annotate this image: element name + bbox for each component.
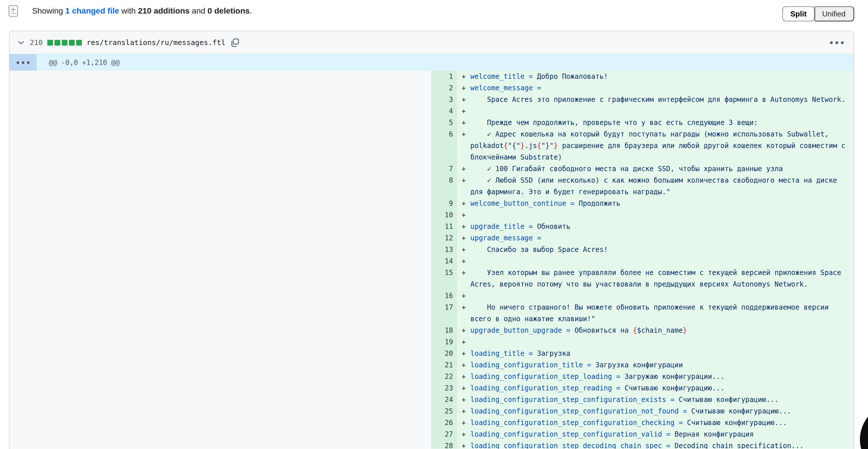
line-number[interactable]: 13 — [432, 244, 457, 256]
added-line-marker: + — [457, 406, 470, 417]
line-number[interactable]: 18 — [432, 325, 457, 336]
line-number[interactable]: 27 — [432, 428, 457, 440]
diff-row: 23+loading_configuration_step_reading = … — [432, 382, 854, 394]
diff-view-toggle: Split Unified — [782, 6, 854, 21]
file-header: 210 res/translations/ru/messages.ftl — [9, 31, 854, 54]
file-path[interactable]: res/translations/ru/messages.ftl — [87, 38, 225, 47]
file-additions-count: 210 — [30, 38, 43, 47]
diff-row: 6+ ✓ Адрес кошелька на который будут пос… — [432, 128, 854, 163]
line-number[interactable]: 20 — [432, 348, 457, 359]
code-line — [470, 290, 849, 302]
line-number[interactable]: 19 — [432, 336, 457, 348]
added-line-marker: + — [457, 232, 470, 244]
expand-hunk-button[interactable] — [9, 54, 37, 71]
diff-row: 13+ Спасибо за выбор Space Acres! — [432, 244, 854, 256]
code-line — [470, 336, 849, 348]
code-line: welcome_title = Добро Пожаловать! — [470, 71, 849, 82]
chevron-down-icon[interactable] — [17, 39, 25, 47]
summary-prefix: Showing — [32, 6, 65, 15]
diff-row: 16+ — [432, 290, 854, 302]
file-options-kebab-button[interactable] — [830, 41, 845, 44]
changed-files-link[interactable]: 1 changed file — [65, 6, 119, 15]
line-number[interactable]: 16 — [432, 290, 457, 302]
code-line: loading_title = Загрузка — [470, 348, 849, 359]
added-line-marker: + — [457, 359, 470, 371]
added-line-marker: + — [457, 267, 470, 290]
code-line: welcome_button_continue = Продолжить — [470, 198, 849, 209]
diff-row: 21+loading_configuration_title = Загрузк… — [432, 359, 854, 371]
diff-row: 5+ Прежде чем продолжить, проверьте что … — [432, 117, 854, 128]
code-line: ✓ 100 Гигабайт свободного места на диске… — [470, 163, 849, 175]
line-number[interactable]: 7 — [432, 163, 457, 175]
summary-text: Showing 1 changed file with 210 addition… — [23, 0, 252, 25]
diff-body: 1+welcome_title = Добро Пожаловать!2+wel… — [9, 71, 854, 449]
line-number[interactable]: 11 — [432, 221, 457, 232]
added-line-marker: + — [457, 82, 470, 94]
copy-path-icon[interactable] — [230, 38, 240, 48]
line-number[interactable]: 25 — [432, 406, 457, 417]
line-number[interactable]: 4 — [432, 105, 457, 117]
diff-row: 11+upgrade_title = Обновить — [432, 221, 854, 232]
code-line — [470, 105, 849, 117]
deletions-count-text: 0 deletions — [208, 6, 250, 15]
diff-row: 17+ Но ничего страшного! Вы можете обнов… — [432, 302, 854, 325]
added-line-marker: + — [457, 382, 470, 394]
added-line-marker: + — [457, 117, 470, 128]
added-line-marker: + — [457, 244, 470, 256]
added-line-marker: + — [457, 371, 470, 382]
added-line-marker: + — [457, 325, 470, 336]
split-view-button[interactable]: Split — [782, 6, 815, 21]
diff-row: 2+welcome_message = — [432, 82, 854, 94]
diff-row: 1+welcome_title = Добро Пожаловать! — [432, 71, 854, 82]
added-line-marker: + — [457, 94, 470, 105]
line-number[interactable]: 10 — [432, 209, 457, 221]
line-number[interactable]: 2 — [432, 82, 457, 94]
line-number[interactable]: 15 — [432, 267, 457, 290]
code-line: loading_configuration_step_configuration… — [470, 428, 849, 440]
line-number[interactable]: 14 — [432, 256, 457, 267]
line-number[interactable]: 21 — [432, 359, 457, 371]
added-line-marker: + — [457, 302, 470, 325]
line-number[interactable]: 22 — [432, 371, 457, 382]
added-line-marker: + — [457, 209, 470, 221]
added-line-marker: + — [457, 105, 470, 117]
diff-row: 9+welcome_button_continue = Продолжить — [432, 198, 854, 209]
line-number[interactable]: 28 — [432, 440, 457, 449]
code-line: loading_configuration_step_configuration… — [470, 406, 849, 417]
unified-view-button[interactable]: Unified — [815, 6, 854, 21]
code-line: loading_configuration_step_loading = Заг… — [470, 371, 849, 382]
additions-count-text: 210 additions — [138, 6, 189, 15]
line-number[interactable]: 26 — [432, 417, 457, 428]
line-number[interactable]: 12 — [432, 232, 457, 244]
added-line-marker: + — [457, 256, 470, 267]
diff-row: 19+ — [432, 336, 854, 348]
file-diff-icon — [8, 5, 19, 17]
line-number[interactable]: 1 — [432, 71, 457, 82]
code-line — [470, 209, 849, 221]
added-line-marker: + — [457, 417, 470, 428]
code-line: upgrade_button_upgrade = Обновиться на {… — [470, 325, 849, 336]
line-number[interactable]: 3 — [432, 94, 457, 105]
added-line-marker: + — [457, 128, 470, 163]
hunk-row: @@ -0,0 +1,210 @@ — [9, 54, 854, 71]
line-number[interactable]: 9 — [432, 198, 457, 209]
code-line: loading_configuration_step_reading = Счи… — [470, 382, 849, 394]
diff-row: 3+ Space Acres это приложение с графичес… — [432, 94, 854, 105]
added-line-marker: + — [457, 290, 470, 302]
line-number[interactable]: 6 — [432, 128, 457, 163]
line-number[interactable]: 5 — [432, 117, 457, 128]
code-line: loading_configuration_step_configuration… — [470, 417, 849, 428]
line-number[interactable]: 8 — [432, 175, 457, 198]
added-line-marker: + — [457, 348, 470, 359]
code-line: loading_configuration_title = Загрузка к… — [470, 359, 849, 371]
code-line: upgrade_title = Обновить — [470, 221, 849, 232]
new-side-pane: 1+welcome_title = Добро Пожаловать!2+wel… — [432, 71, 854, 449]
diff-row: 24+loading_configuration_step_configurat… — [432, 394, 854, 406]
code-line: loading_configuration_step_decoding_chai… — [470, 440, 849, 449]
line-number[interactable]: 24 — [432, 394, 457, 406]
line-number[interactable]: 23 — [432, 382, 457, 394]
diff-row: 18+upgrade_button_upgrade = Обновиться н… — [432, 325, 854, 336]
line-number[interactable]: 17 — [432, 302, 457, 325]
diff-row: 20+loading_title = Загрузка — [432, 348, 854, 359]
corner-overlay-shape — [860, 403, 868, 449]
